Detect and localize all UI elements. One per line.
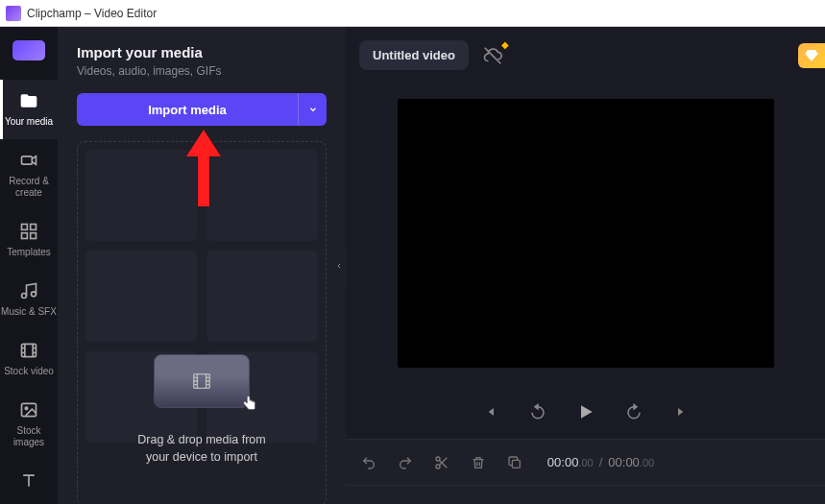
media-dropzone[interactable]: Drag & drop media from your device to im… xyxy=(77,141,327,504)
cloud-sync-button[interactable]: ◆ xyxy=(478,41,507,70)
camera-icon xyxy=(17,149,40,172)
copy-icon xyxy=(507,455,522,470)
redo-button[interactable] xyxy=(396,453,415,472)
text-icon xyxy=(17,469,40,492)
nav-stock-video[interactable]: Stock video xyxy=(0,329,58,389)
premium-diamond-icon: ◆ xyxy=(501,39,509,50)
timeline-time: 00:00.00 / 00:00.00 xyxy=(547,455,654,469)
nav-text[interactable] xyxy=(0,460,58,504)
image-icon xyxy=(17,398,40,421)
forward-button[interactable] xyxy=(622,400,645,423)
panel-subtitle: Videos, audio, images, GIFs xyxy=(77,64,327,78)
nav-templates[interactable]: Templates xyxy=(0,210,58,270)
trash-icon xyxy=(471,455,486,470)
svg-rect-16 xyxy=(512,460,520,468)
import-media-dropdown[interactable] xyxy=(298,93,327,126)
svg-point-6 xyxy=(32,292,36,297)
premium-badge[interactable] xyxy=(798,43,825,68)
nav-label: Stock images xyxy=(0,425,58,448)
nav-music-sfx[interactable]: Music & SFX xyxy=(0,270,58,329)
forward-icon xyxy=(625,403,643,420)
undo-icon xyxy=(361,455,376,470)
video-title[interactable]: Untitled video xyxy=(359,40,469,70)
nav-label: Templates xyxy=(7,247,51,258)
brand-logo[interactable] xyxy=(12,40,45,60)
duplicate-button[interactable] xyxy=(505,453,524,472)
delete-button[interactable] xyxy=(469,453,488,472)
timeline-toolbar: 00:00.00 / 00:00.00 xyxy=(346,439,825,485)
nav-record-create[interactable]: Record & create xyxy=(0,139,58,210)
svg-point-9 xyxy=(25,407,28,410)
skip-end-icon xyxy=(674,404,690,420)
nav-label: Stock video xyxy=(4,366,54,377)
svg-point-5 xyxy=(22,294,27,299)
hand-cursor-icon xyxy=(239,394,260,419)
chevron-left-icon xyxy=(335,260,343,272)
nav-stock-images[interactable]: Stock images xyxy=(0,389,58,460)
split-button[interactable] xyxy=(432,453,451,472)
dropzone-text: Drag & drop media from your device to im… xyxy=(137,431,265,468)
chevron-down-icon xyxy=(308,105,318,114)
rewind-icon xyxy=(529,403,546,420)
svg-rect-2 xyxy=(31,225,36,230)
undo-button[interactable] xyxy=(359,453,378,472)
svg-rect-4 xyxy=(31,233,36,239)
clipchamp-icon xyxy=(6,6,21,21)
svg-rect-0 xyxy=(22,156,33,164)
video-preview[interactable] xyxy=(398,99,774,368)
play-button[interactable] xyxy=(574,400,597,423)
window-title: Clipchamp – Video Editor xyxy=(27,7,157,20)
dropzone-thumb xyxy=(154,354,250,408)
collapse-panel-button[interactable] xyxy=(331,245,347,287)
import-media-button[interactable]: Import media xyxy=(77,93,298,126)
media-panel: Import your media Videos, audio, images,… xyxy=(58,27,346,504)
svg-rect-1 xyxy=(22,225,28,230)
svg-point-12 xyxy=(436,457,440,461)
svg-rect-3 xyxy=(22,233,28,239)
film-icon xyxy=(17,339,40,362)
svg-point-13 xyxy=(436,465,440,468)
panel-title: Import your media xyxy=(77,44,327,60)
redo-icon xyxy=(398,455,413,470)
rewind-button[interactable] xyxy=(526,400,549,423)
nav-label: Music & SFX xyxy=(1,306,57,318)
folder-icon xyxy=(17,89,40,112)
scissors-icon xyxy=(434,455,449,470)
workspace: Untitled video ◆ xyxy=(346,27,825,504)
nav-label: Record & create xyxy=(0,176,58,199)
music-icon xyxy=(17,279,40,302)
film-icon xyxy=(187,371,216,392)
templates-icon xyxy=(17,220,40,243)
diamond-icon xyxy=(804,48,819,63)
cloud-off-icon xyxy=(482,45,503,66)
play-icon xyxy=(576,402,595,421)
svg-rect-7 xyxy=(22,344,36,356)
skip-end-button[interactable] xyxy=(670,400,693,423)
timeline-area[interactable] xyxy=(346,485,825,504)
skip-start-icon xyxy=(482,404,497,420)
nav-your-media[interactable]: Your media xyxy=(0,80,58,139)
nav-rail: Your media Record & create Templates Mus… xyxy=(0,27,58,504)
nav-label: Your media xyxy=(5,116,53,128)
skip-start-button[interactable] xyxy=(478,400,501,423)
